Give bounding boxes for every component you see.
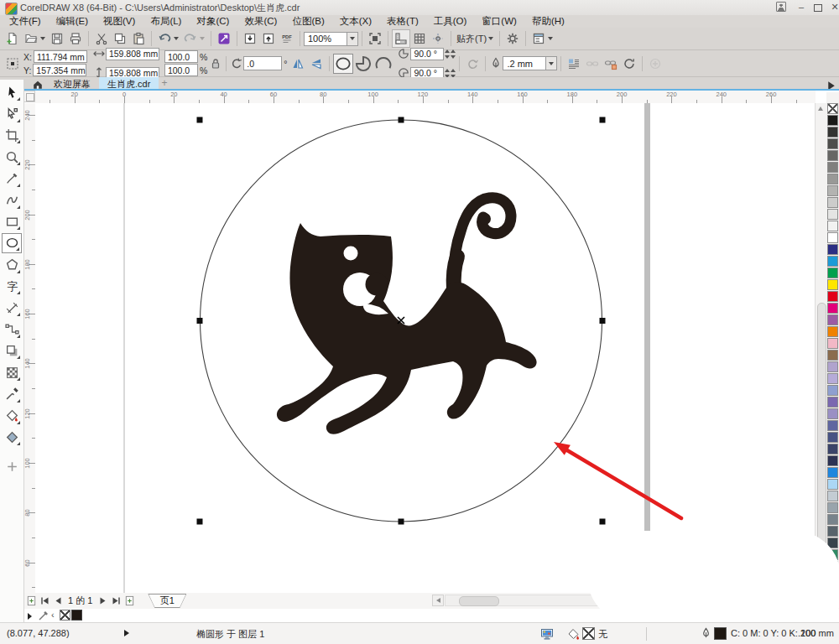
menu-item[interactable]: 帮助(H)	[524, 15, 572, 28]
palette-swatch[interactable]	[827, 479, 838, 490]
mirror-vertical-button[interactable]	[307, 55, 326, 73]
hscroll-left-button[interactable]	[432, 595, 444, 606]
palette-swatch[interactable]	[827, 455, 838, 466]
palette-swatch[interactable]	[827, 491, 838, 501]
palette-swatch[interactable]	[827, 150, 838, 161]
palette-swatch[interactable]	[827, 185, 838, 196]
fill-status-icon[interactable]	[567, 627, 581, 641]
zoom-tool[interactable]	[2, 147, 22, 167]
x-position-field[interactable]: 111.794 mm	[34, 50, 87, 63]
menu-item[interactable]: 位图(B)	[284, 15, 331, 28]
redo-button[interactable]	[181, 29, 200, 48]
pie-mode-button[interactable]	[353, 54, 373, 74]
save-button[interactable]	[48, 29, 66, 48]
polygon-tool[interactable]	[2, 255, 22, 275]
unlink-button[interactable]	[602, 55, 620, 73]
menu-item[interactable]: 对象(C)	[189, 15, 237, 28]
account-icon[interactable]	[772, 2, 790, 13]
palette-swatch[interactable]	[827, 232, 838, 243]
palette-swatch[interactable]	[827, 197, 838, 208]
palette-swatch[interactable]	[827, 138, 838, 149]
open-button[interactable]	[22, 29, 40, 48]
menu-item[interactable]: 文件(F)	[2, 15, 49, 28]
print-button[interactable]	[66, 29, 85, 48]
handle-bottom-middle[interactable]	[399, 519, 404, 525]
ruler-origin-box[interactable]	[23, 91, 35, 102]
bspline-tool[interactable]	[2, 190, 22, 210]
start-angle-field[interactable]: 90.0 °	[410, 48, 444, 60]
pick-tool[interactable]	[2, 82, 22, 102]
connector-tool[interactable]	[2, 319, 22, 340]
fullscreen-preview-button[interactable]	[366, 29, 384, 48]
snap-to-label[interactable]: 贴齐(T)	[456, 33, 487, 45]
palette-swatch[interactable]	[827, 127, 838, 138]
last-page-button[interactable]	[109, 595, 122, 607]
minimize-button[interactable]: –	[792, 2, 810, 13]
status-flyout-icon[interactable]	[124, 630, 129, 636]
arc-mode-button[interactable]	[373, 54, 393, 74]
scale-h-field[interactable]: 100.0	[164, 50, 198, 63]
handle-bottom-left[interactable]	[197, 519, 203, 525]
start-angle-spinner2[interactable]	[451, 48, 456, 60]
start-angle-spinner[interactable]	[445, 48, 450, 60]
palette-swatch-none[interactable]	[827, 103, 838, 114]
outline-width-combo[interactable]: .2 mm	[503, 56, 546, 70]
rotation-angle-field[interactable]: .0	[243, 56, 282, 70]
horizontal-ruler[interactable]: 20020406080100120140160180200220240260	[35, 91, 816, 104]
handle-top-middle[interactable]	[399, 117, 404, 123]
y-position-field[interactable]: 157.354 mm	[33, 64, 86, 76]
eyedropper-tool[interactable]	[2, 384, 22, 404]
palette-swatch[interactable]	[827, 244, 838, 255]
convert-button[interactable]	[620, 55, 638, 73]
open-dropdown-icon[interactable]	[40, 37, 45, 40]
palette-swatch[interactable]	[827, 385, 838, 396]
mirror-horizontal-button[interactable]	[289, 55, 307, 73]
vertical-scrollbar-thumb[interactable]	[817, 303, 826, 546]
rectangle-tool[interactable]	[2, 211, 22, 231]
palette-swatch[interactable]	[827, 514, 838, 525]
handle-middle-left[interactable]	[197, 318, 203, 324]
scale-v-field[interactable]: 100.0	[164, 64, 198, 76]
previous-page-button[interactable]	[51, 595, 65, 607]
palette-swatch[interactable]	[827, 526, 838, 537]
palette-swatch[interactable]	[827, 408, 838, 419]
palette-swatch[interactable]	[827, 115, 838, 126]
palette-swatch[interactable]	[827, 361, 838, 372]
proof-colors-icon[interactable]	[540, 627, 554, 641]
palette-swatch[interactable]	[827, 444, 838, 454]
undo-dropdown-icon[interactable]	[174, 37, 179, 40]
drop-shadow-tool[interactable]	[2, 340, 22, 361]
options-gear-button[interactable]	[503, 29, 522, 48]
palette-swatch[interactable]	[827, 256, 838, 267]
freehand-tool[interactable]	[2, 169, 22, 189]
zoom-level-combo[interactable]: 100%	[304, 32, 347, 46]
handle-middle-right[interactable]	[600, 318, 606, 324]
palette-swatch[interactable]	[827, 174, 838, 184]
next-page-button[interactable]	[96, 595, 109, 607]
ellipse-tool[interactable]	[2, 233, 22, 253]
vertical-scrollbar[interactable]	[815, 103, 826, 593]
menu-item[interactable]: 编辑(E)	[49, 15, 96, 28]
more-tools[interactable]	[2, 457, 22, 477]
first-page-button[interactable]	[38, 595, 51, 607]
palette-swatch[interactable]	[827, 303, 838, 314]
publish-pdf-button[interactable]: PDF	[278, 29, 296, 48]
menu-item[interactable]: 布局(L)	[143, 15, 189, 28]
palette-swatch[interactable]	[827, 209, 838, 220]
palette-swatch[interactable]	[827, 314, 838, 325]
tab-scroll-icon[interactable]	[827, 79, 836, 89]
drawing-canvas[interactable]	[35, 103, 816, 593]
palette-swatch[interactable]	[827, 338, 838, 349]
ellipse-mode-button[interactable]	[333, 54, 353, 74]
palette-swatch[interactable]	[827, 502, 838, 513]
import-button[interactable]	[241, 29, 259, 48]
smart-fill-tool[interactable]	[2, 406, 22, 426]
menu-item[interactable]: 文本(X)	[332, 15, 379, 28]
outline-width-dropdown[interactable]	[546, 56, 557, 70]
search-content-button[interactable]	[215, 29, 233, 48]
handle-top-left[interactable]	[197, 117, 203, 123]
add-page-start-button[interactable]	[24, 595, 38, 607]
flyout-arrow-icon[interactable]	[28, 613, 32, 620]
text-tool[interactable]: 字	[2, 276, 22, 296]
palette-swatch[interactable]	[827, 221, 838, 231]
